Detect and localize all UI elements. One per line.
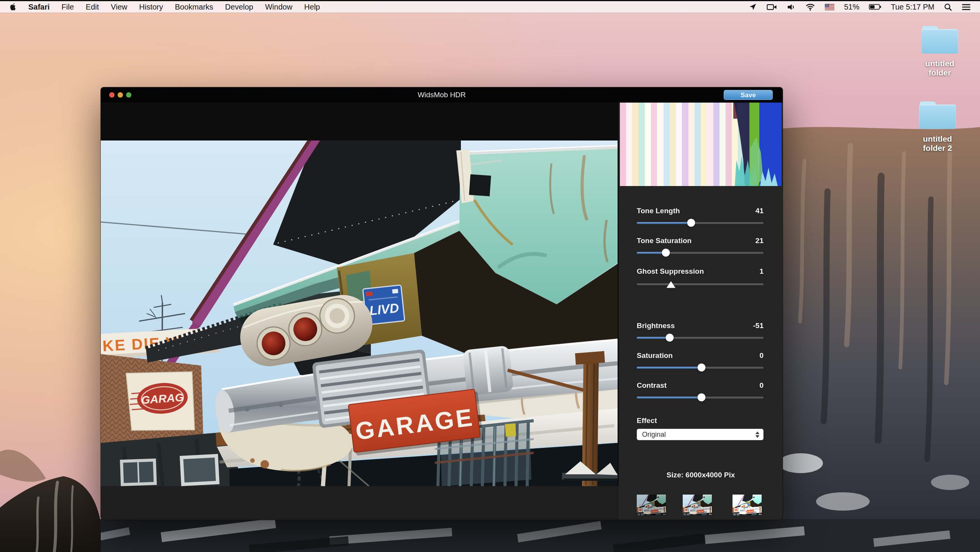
slider-value-ghost-suppression: 1 <box>759 267 764 276</box>
battery-percent: 51% <box>844 3 859 11</box>
slider-label-tone-length: Tone Length <box>637 207 680 215</box>
menu-item-file[interactable]: File <box>62 3 74 11</box>
ghost-suppression-slider[interactable] <box>637 283 764 285</box>
apple-menu[interactable] <box>10 3 16 11</box>
widsmob-hdr-window: WidsMob HDR Save Tone Lengt <box>101 87 783 520</box>
location-arrow-icon[interactable] <box>749 3 757 11</box>
preview-bottom-strip <box>101 486 619 520</box>
effect-dropdown[interactable]: Original <box>637 429 764 440</box>
contrast-slider[interactable] <box>637 397 764 398</box>
effect-selected-value: Original <box>642 429 666 440</box>
keyboard-flag-icon[interactable] <box>825 4 834 10</box>
desktop: KE DIE VIEL GARAG <box>0 0 980 552</box>
menu-item-develop[interactable]: Develop <box>225 3 253 11</box>
slider-label-contrast: Contrast <box>637 381 667 390</box>
photo-preview <box>101 140 618 486</box>
folder-icon <box>919 101 956 129</box>
effect-label: Effect <box>637 416 657 425</box>
image-size-text: Size: 6000x4000 Pix <box>619 471 783 479</box>
notification-list-icon[interactable] <box>962 4 971 10</box>
menu-item-window[interactable]: Window <box>265 3 292 11</box>
folder-label: untitled folder 2 <box>913 134 962 153</box>
video-camera-icon[interactable] <box>767 3 777 11</box>
source-thumbnail-2[interactable] <box>683 495 712 515</box>
saturation-slider[interactable] <box>637 367 764 369</box>
slider-value-contrast: 0 <box>759 381 764 390</box>
histogram-peaks <box>620 103 782 186</box>
menu-bar: Safari File Edit View History Bookmarks … <box>0 1 980 13</box>
desktop-folder-1[interactable]: untitled folder <box>915 26 965 77</box>
source-thumbnail-1[interactable] <box>637 495 666 515</box>
desktop-folder-2[interactable]: untitled folder 2 <box>913 101 962 153</box>
slider-value-tone-length: 41 <box>755 207 764 215</box>
window-title: WidsMob HDR <box>101 87 783 103</box>
slider-label-saturation: Saturation <box>637 351 673 360</box>
slider-value-saturation: 0 <box>759 351 764 360</box>
slider-label-brightness: Brightness <box>637 322 675 330</box>
brightness-slider[interactable] <box>637 337 764 339</box>
source-thumbnail-3[interactable] <box>733 495 762 515</box>
menu-clock[interactable]: Tue 5:17 PM <box>891 3 934 11</box>
tone-saturation-slider[interactable] <box>637 252 764 254</box>
stepper-arrows-icon <box>754 430 761 439</box>
menu-item-history[interactable]: History <box>139 3 163 11</box>
menu-item-view[interactable]: View <box>111 3 127 11</box>
histogram <box>620 103 782 186</box>
slider-label-ghost-suppression: Ghost Suppression <box>637 267 704 276</box>
folder-label: untitled folder <box>915 59 965 77</box>
menu-item-bookmarks[interactable]: Bookmarks <box>175 3 213 11</box>
slider-value-tone-saturation: 21 <box>755 237 764 245</box>
wifi-icon[interactable] <box>805 3 815 11</box>
save-button[interactable]: Save <box>724 90 773 100</box>
menu-item-help[interactable]: Help <box>304 3 320 11</box>
menu-item-edit[interactable]: Edit <box>86 3 99 11</box>
tone-length-slider[interactable] <box>637 222 764 224</box>
volume-icon[interactable] <box>787 3 796 11</box>
slider-value-brightness: -51 <box>753 322 764 330</box>
window-titlebar[interactable]: WidsMob HDR Save <box>101 87 783 103</box>
spotlight-search-icon[interactable] <box>944 3 952 11</box>
adjustment-panel: Tone Length 41 Tone Saturation 21 Ghost … <box>619 103 783 520</box>
apple-logo-icon <box>10 3 16 11</box>
battery-icon[interactable] <box>869 4 881 10</box>
menu-item-safari[interactable]: Safari <box>28 3 50 11</box>
folder-icon <box>921 26 958 54</box>
slider-label-tone-saturation: Tone Saturation <box>637 237 692 245</box>
